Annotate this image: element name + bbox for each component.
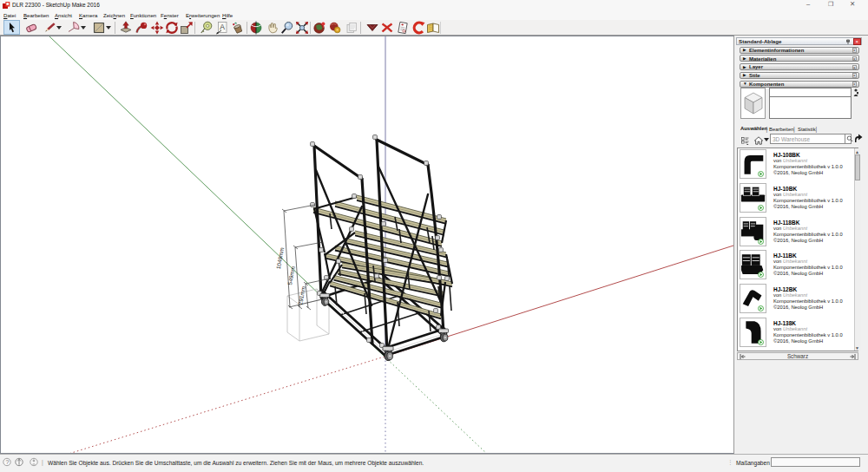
- svg-text:1049mm: 1049mm: [275, 247, 285, 270]
- svg-text:549mm: 549mm: [286, 266, 296, 285]
- svg-text:A: A: [220, 23, 225, 31]
- svg-text:291mm: 291mm: [297, 285, 306, 305]
- svg-text:?: ?: [5, 459, 9, 465]
